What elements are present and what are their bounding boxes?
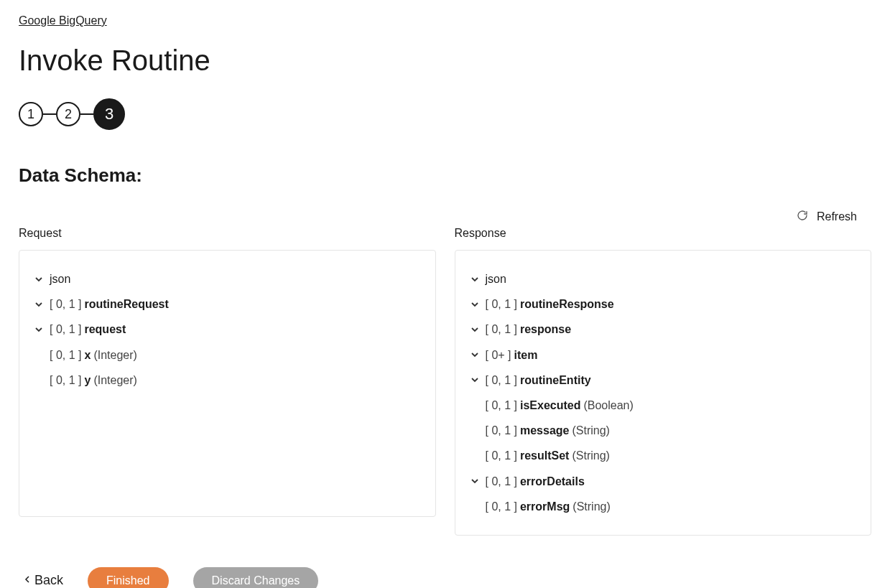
step-3[interactable]: 3 [93, 98, 125, 130]
cardinality: [ 0, 1 ] [486, 294, 517, 314]
breadcrumb[interactable]: Google BigQuery [19, 14, 107, 27]
data-schema-heading: Data Schema: [19, 164, 871, 187]
chevron-left-icon [24, 573, 32, 588]
tree-row: [ 0, 1 ]errorMsg(String) [470, 494, 857, 519]
step-1[interactable]: 1 [19, 102, 43, 126]
cardinality: [ 0+ ] [486, 345, 511, 365]
response-schema-panel: json[ 0, 1 ]routineResponse[ 0, 1 ]respo… [455, 250, 872, 536]
response-column-label: Response [455, 227, 872, 240]
tree-root[interactable]: json [34, 266, 421, 291]
step-connector [43, 113, 56, 115]
chevron-down-icon [34, 325, 44, 335]
field-name: request [84, 319, 126, 339]
page-title: Invoke Routine [19, 45, 871, 77]
cardinality: [ 0, 1 ] [486, 472, 517, 491]
tree-row[interactable]: [ 0, 1 ]request [34, 317, 421, 342]
tree-row[interactable]: [ 0, 1 ]routineResponse [470, 291, 857, 317]
chevron-down-icon [470, 325, 480, 335]
tree-row[interactable]: [ 0, 1 ]routineRequest [34, 291, 421, 317]
cardinality: [ 0, 1 ] [50, 294, 81, 314]
cardinality: [ 0, 1 ] [486, 446, 517, 465]
field-type: (String) [572, 446, 609, 465]
field-name: x [84, 345, 91, 365]
field-name: resultSet [520, 446, 569, 465]
tree-root[interactable]: json [470, 266, 857, 291]
back-label: Back [34, 573, 63, 588]
tree-row: [ 0, 1 ]x(Integer) [34, 342, 421, 368]
field-name: routineResponse [520, 294, 614, 314]
chevron-down-icon [470, 375, 480, 385]
tree-row: [ 0, 1 ]y(Integer) [34, 368, 421, 393]
refresh-icon [797, 210, 808, 224]
cardinality: [ 0, 1 ] [486, 396, 517, 415]
field-name: routineRequest [84, 294, 168, 314]
field-name: errorMsg [520, 497, 570, 516]
field-type: (String) [573, 497, 610, 516]
field-name: message [520, 421, 570, 440]
cardinality: [ 0, 1 ] [50, 370, 81, 390]
field-name: item [514, 345, 538, 365]
refresh-button[interactable]: Refresh [797, 210, 857, 224]
cardinality: [ 0, 1 ] [486, 370, 517, 390]
back-button[interactable]: Back [24, 573, 63, 588]
refresh-label: Refresh [817, 210, 857, 223]
tree-row[interactable]: [ 0, 1 ]errorDetails [470, 469, 857, 494]
chevron-down-icon [470, 299, 480, 309]
field-name: routineEntity [520, 370, 591, 390]
chevron-down-icon [470, 476, 480, 486]
stepper: 123 [19, 98, 871, 130]
request-column-label: Request [19, 227, 436, 240]
field-type: (Integer) [93, 345, 136, 365]
cardinality: [ 0, 1 ] [50, 345, 81, 365]
field-name: isExecuted [520, 396, 580, 415]
chevron-down-icon [34, 299, 44, 309]
cardinality: [ 0, 1 ] [486, 319, 517, 339]
field-type: (Boolean) [583, 396, 633, 415]
chevron-down-icon [470, 350, 480, 360]
finished-button[interactable]: Finished [88, 567, 168, 588]
tree-row: [ 0, 1 ]message(String) [470, 418, 857, 443]
tree-row: [ 0, 1 ]isExecuted(Boolean) [470, 393, 857, 418]
field-type: (Integer) [93, 370, 136, 390]
step-2[interactable]: 2 [56, 102, 80, 126]
field-name: errorDetails [520, 472, 585, 491]
chevron-down-icon [34, 274, 44, 284]
discard-changes-button[interactable]: Discard Changes [193, 567, 319, 588]
tree-row[interactable]: [ 0, 1 ]routineEntity [470, 368, 857, 393]
cardinality: [ 0, 1 ] [50, 319, 81, 339]
field-name: response [520, 319, 571, 339]
tree-row[interactable]: [ 0+ ]item [470, 342, 857, 368]
tree-row[interactable]: [ 0, 1 ]response [470, 317, 857, 342]
field-name: y [84, 370, 91, 390]
tree-row: [ 0, 1 ]resultSet(String) [470, 443, 857, 468]
chevron-down-icon [470, 274, 480, 284]
cardinality: [ 0, 1 ] [486, 421, 517, 440]
cardinality: [ 0, 1 ] [486, 497, 517, 516]
step-connector [80, 113, 93, 115]
request-schema-panel: json[ 0, 1 ]routineRequest[ 0, 1 ]reques… [19, 250, 436, 517]
tree-root-label: json [50, 269, 70, 289]
tree-root-label: json [486, 269, 506, 289]
field-type: (String) [572, 421, 609, 440]
